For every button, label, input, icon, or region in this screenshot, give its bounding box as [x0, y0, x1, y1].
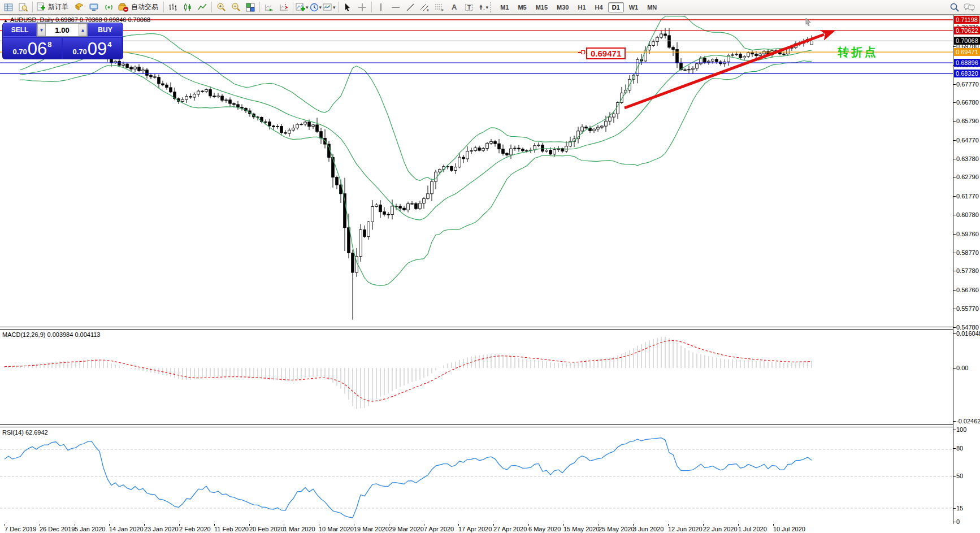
price-level-annotation[interactable]: 0.69471	[586, 47, 626, 59]
timeframe-W1[interactable]: W1	[625, 2, 643, 12]
buy-price-main: 09	[88, 40, 107, 58]
tile-windows-button[interactable]	[243, 1, 258, 14]
chart-title: ▲AUDUSD, Daily 0.69867 0.70368 0.69846 0…	[3, 16, 150, 23]
sell-price-display[interactable]: 0.70068	[3, 38, 62, 59]
horizontal-line-button[interactable]	[388, 1, 403, 14]
symbol-marker-icon: ▲	[3, 18, 8, 23]
text-button[interactable]: A	[447, 1, 462, 14]
chart-candles-button[interactable]	[180, 1, 195, 14]
date-tick: 19 Mar 2020	[354, 526, 389, 532]
zoom-out-button[interactable]	[228, 1, 243, 14]
price-tick: 0.67770	[956, 81, 979, 88]
chevron-down-icon: ▾	[333, 5, 336, 10]
volume-decrease-button[interactable]: ▼	[37, 24, 46, 36]
zoom-in-button[interactable]	[214, 1, 228, 14]
date-tick: 17 Apr 2020	[458, 526, 492, 532]
sell-price-main: 06	[28, 40, 47, 58]
crosshair-icon	[358, 3, 367, 12]
candlestick-chart-icon	[183, 3, 192, 12]
price-tick: 0.65790	[956, 118, 979, 124]
equidistant-channel-button[interactable]: E	[418, 1, 432, 14]
rsi-axis-tick: 50	[956, 473, 963, 479]
rsi-axis-tick: 0	[956, 518, 960, 525]
chart-bars-button[interactable]	[166, 1, 180, 14]
price-tick: 0.62790	[956, 174, 979, 180]
chart-shift-button[interactable]	[276, 1, 291, 14]
buy-price-display[interactable]: 0.70094	[63, 38, 122, 59]
autotrading-button[interactable]	[116, 1, 131, 14]
chat-icon	[964, 3, 975, 12]
search-button[interactable]	[947, 1, 962, 14]
crosshair-button[interactable]	[355, 1, 370, 14]
svg-text:F: F	[441, 8, 444, 12]
chat-button[interactable]	[962, 1, 977, 14]
cursor-button[interactable]	[340, 1, 355, 14]
date-tick: 26 Dec 2019	[40, 526, 75, 532]
trendline-button[interactable]	[403, 1, 418, 14]
vertical-line-button[interactable]	[374, 1, 388, 14]
timeframe-M15[interactable]: M15	[532, 2, 552, 12]
templates-button[interactable]: ▾	[322, 1, 336, 14]
date-tick: 23 Jan 2020	[144, 526, 179, 532]
timeframe-M1[interactable]: M1	[496, 2, 513, 12]
rsi-label: RSI(14) 62.6942	[2, 429, 48, 436]
auto-scroll-button[interactable]	[262, 1, 276, 14]
date-tick: 3 Jun 2020	[633, 526, 664, 532]
fibonacci-button[interactable]: F	[432, 1, 447, 14]
price-tick: 0.60780	[956, 211, 979, 218]
price-tick: 0.57780	[956, 267, 979, 274]
date-tick: 27 Apr 2020	[493, 526, 527, 532]
vertical-line-icon	[377, 3, 385, 12]
volume-input[interactable]	[46, 24, 79, 36]
new-order-button[interactable]	[34, 1, 47, 14]
timeframe-MN[interactable]: MN	[643, 2, 661, 12]
signals-button[interactable]	[101, 1, 116, 14]
timeframe-M30[interactable]: M30	[553, 2, 573, 12]
timeframe-H1[interactable]: H1	[574, 2, 590, 12]
buy-price-pip: 4	[107, 40, 111, 49]
level-price-badge: 0.68896	[954, 59, 980, 67]
date-tick: 1 Mar 2020	[284, 526, 315, 532]
indicators-button[interactable]: ▾	[295, 1, 309, 14]
level-price-badge: 0.71198	[954, 16, 979, 24]
arrows-button[interactable]: ▾	[476, 1, 489, 14]
metaeditor-icon	[75, 3, 84, 11]
price-axis[interactable]: 0.707700.697800.687900.677700.667800.657…	[953, 15, 980, 524]
date-tick: 6 May 2020	[528, 526, 561, 532]
new-order-label[interactable]: 新订单	[48, 2, 68, 12]
price-label-anchor	[581, 50, 585, 54]
fibonacci-icon: F	[435, 3, 444, 12]
macd-axis-tick: 0.016048	[956, 330, 980, 337]
price-tick: 0.59760	[956, 231, 979, 237]
date-tick: 7 Dec 2019	[5, 526, 36, 532]
buy-button[interactable]: BUY	[88, 23, 123, 37]
timeframe-D1[interactable]: D1	[608, 2, 624, 12]
date-tick: 12 Jun 2020	[668, 526, 703, 532]
sell-price-prefix: 0.70	[12, 47, 27, 56]
macd-pane[interactable]	[0, 330, 953, 424]
horizontal-line-icon	[391, 3, 400, 11]
date-tick: 2 Feb 2020	[179, 526, 211, 532]
date-tick: 29 Mar 2020	[389, 526, 424, 532]
price-tick: 0.61770	[956, 193, 979, 200]
market-watch-icon	[4, 3, 13, 12]
data-window-button[interactable]	[16, 1, 31, 14]
main-chart-canvas[interactable]	[0, 15, 953, 327]
sell-button[interactable]: SELL	[3, 23, 37, 37]
timeframe-M5[interactable]: M5	[514, 2, 530, 12]
rsi-axis-tick: 100	[956, 426, 966, 433]
buy-price-prefix: 0.70	[72, 47, 86, 56]
text-icon: A	[452, 3, 457, 11]
terminal-button[interactable]	[86, 1, 101, 14]
market-watch-button[interactable]	[1, 1, 16, 14]
rsi-pane[interactable]	[0, 427, 953, 524]
text-label-button[interactable]: T	[462, 1, 476, 14]
timeframe-H4[interactable]: H4	[591, 2, 607, 12]
autotrading-label[interactable]: 自动交易	[131, 2, 158, 12]
turning-point-annotation[interactable]: 转折点	[838, 45, 878, 60]
periods-button[interactable]: ▾	[309, 1, 323, 14]
chart-line-button[interactable]	[195, 1, 210, 14]
volume-increase-button[interactable]: ▲	[79, 24, 87, 36]
time-axis[interactable]: 7 Dec 201926 Dec 20195 Jan 202014 Jan 20…	[0, 524, 953, 533]
metaeditor-button[interactable]	[72, 1, 86, 14]
